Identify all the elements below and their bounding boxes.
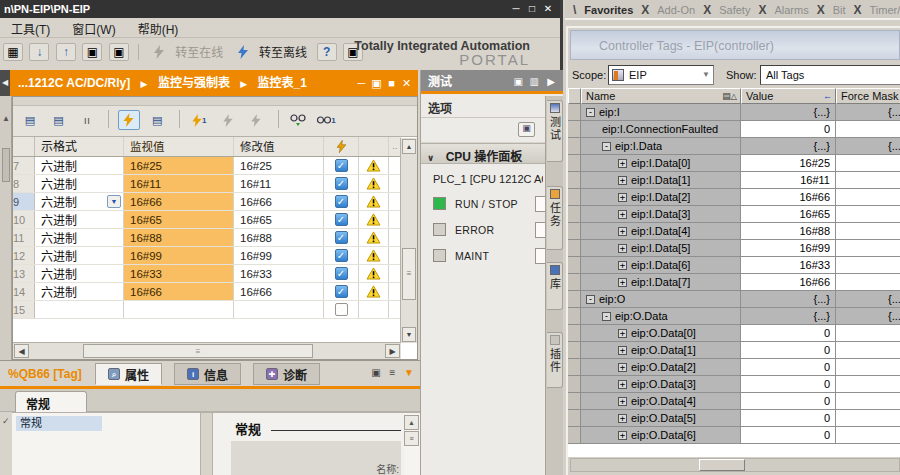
modify-checkbox[interactable]: ✓ — [335, 195, 348, 208]
tag-force-cell[interactable] — [836, 206, 900, 223]
editor-minimize-icon[interactable] — [354, 70, 369, 96]
expand-expander-button[interactable]: + — [618, 397, 627, 406]
format-cell[interactable]: 六进制 — [35, 175, 124, 192]
save-project-icon[interactable]: ▦ — [3, 43, 23, 61]
modify-enable-column-header[interactable] — [324, 137, 359, 156]
expand-expander-button[interactable]: + — [618, 159, 627, 168]
row-selector[interactable] — [568, 376, 581, 393]
expand-expander-button[interactable]: + — [618, 363, 627, 372]
tag-force-cell[interactable]: {...} — [836, 308, 900, 325]
upload-from-device-icon[interactable]: ↑ — [56, 43, 76, 61]
start-simulation-icon[interactable]: ▣ — [82, 43, 102, 61]
go-online-label[interactable]: 转至在线 — [175, 46, 223, 60]
download-to-device-icon[interactable]: ↓ — [29, 43, 49, 61]
tag-value-cell[interactable]: 0 — [741, 393, 836, 410]
modify-value-cell[interactable]: 16#33 — [234, 265, 324, 282]
monitor-value-cell[interactable]: 16#25 — [124, 157, 234, 174]
scroll-left-icon[interactable] — [14, 344, 29, 358]
instruction-tab-addon[interactable]: Add-On — [655, 4, 697, 16]
inspector-divider[interactable] — [200, 413, 213, 475]
tag-name-cell[interactable]: +eip:O.Data[4] — [581, 393, 741, 410]
tag-force-cell[interactable] — [836, 359, 900, 376]
tag-name-cell[interactable]: +eip:O.Data[0] — [581, 325, 741, 342]
tag-name-cell[interactable]: +eip:O.Data[2] — [581, 359, 741, 376]
row-selector[interactable] — [568, 325, 581, 342]
scrollbar-thumb[interactable] — [402, 248, 416, 300]
expand-expander-button[interactable]: + — [618, 176, 627, 185]
modify-value-cell[interactable]: 16#88 — [234, 229, 324, 246]
watch-modify-timed-icon[interactable] — [217, 110, 239, 130]
instruction-tab-safety[interactable]: Safety — [717, 4, 752, 16]
breadcrumb-watch-folder[interactable]: 监控与强制表 — [158, 76, 230, 90]
row-selector[interactable] — [568, 138, 581, 155]
show-filter-field[interactable]: All Tags — [760, 65, 900, 85]
tag-name-cell[interactable]: eip:I.ConnectionFaulted — [581, 121, 741, 138]
modify-enable-cell[interactable]: ✓ — [324, 175, 359, 192]
tag-force-cell[interactable]: {...} — [836, 104, 900, 121]
monitor-value-cell[interactable]: 16#88 — [124, 229, 234, 246]
modify-enable-cell[interactable]: ✓ — [324, 265, 359, 282]
tag-value-cell[interactable]: 16#99 — [741, 240, 836, 257]
diagnostics-help-icon[interactable]: ? — [317, 43, 337, 61]
modify-value-cell[interactable]: 16#66 — [234, 283, 324, 300]
monitor-value-cell[interactable]: 16#33 — [124, 265, 234, 282]
float-panel-icon[interactable] — [514, 70, 523, 94]
name-column-header[interactable]: Name ▤△ — [581, 88, 741, 104]
tag-value-cell[interactable]: {...} — [741, 308, 836, 325]
modify-value-cell[interactable]: 16#99 — [234, 247, 324, 264]
instruction-tab-timerc[interactable]: Timer/C — [868, 4, 900, 16]
nav-item-general[interactable]: 常规 — [16, 416, 102, 431]
modify-enable-cell[interactable]: ✓ — [324, 193, 359, 210]
collapse-expander-button[interactable]: - — [602, 312, 611, 321]
expand-expander-button[interactable]: + — [618, 210, 627, 219]
tag-value-cell[interactable]: 16#65 — [741, 206, 836, 223]
tag-value-cell[interactable]: 16#25 — [741, 155, 836, 172]
tag-value-cell[interactable]: 0 — [741, 325, 836, 342]
modify-checkbox[interactable]: ✓ — [335, 213, 348, 226]
tag-force-cell[interactable] — [836, 274, 900, 291]
watch-add-row-icon[interactable]: ▤ — [47, 110, 69, 130]
side-tab-1[interactable]: 任务 — [547, 186, 563, 250]
row-selector[interactable] — [568, 291, 581, 308]
modify-enable-cell[interactable]: ✓ — [324, 283, 359, 300]
row-selector[interactable] — [568, 189, 581, 206]
format-cell[interactable]: 六进制 — [35, 247, 124, 264]
modify-enable-cell[interactable]: ✓ — [324, 229, 359, 246]
tag-force-cell[interactable] — [836, 257, 900, 274]
editor-maximize-icon[interactable] — [384, 70, 399, 96]
controller-tags-titlebar[interactable]: Controller Tags - EIP(controller) — [570, 30, 900, 60]
breadcrumb-device[interactable]: ...1212C AC/DC/Rly] — [18, 76, 130, 90]
watch-trigger-once-icon[interactable]: 1 — [315, 110, 337, 130]
modify-checkbox[interactable]: ✓ — [335, 231, 348, 244]
collapse-inspector-icon[interactable] — [404, 367, 414, 378]
format-column-header[interactable]: 示格式 — [35, 137, 124, 156]
expand-expander-button[interactable]: + — [618, 193, 627, 202]
modify-checkbox[interactable]: ✓ — [335, 159, 348, 172]
go-offline-label[interactable]: 转至离线 — [259, 46, 307, 60]
tag-value-cell[interactable]: 16#11 — [741, 172, 836, 189]
monitor-value-cell[interactable]: 16#11 — [124, 175, 234, 192]
row-selector[interactable] — [568, 121, 581, 138]
format-cell[interactable]: 六进制 — [35, 211, 124, 228]
collapse-panel-icon[interactable] — [547, 70, 555, 94]
tag-value-cell[interactable]: {...} — [741, 138, 836, 155]
tag-name-cell[interactable]: +eip:O.Data[3] — [581, 376, 741, 393]
scrollbar-thumb[interactable] — [83, 344, 313, 358]
row-selector[interactable] — [568, 257, 581, 274]
menu-item[interactable]: 窗口(W) — [61, 18, 126, 39]
inspector-tab-1[interactable]: i信息 — [174, 363, 241, 385]
modify-enable-cell[interactable]: ✓ — [324, 157, 359, 174]
row-selector[interactable] — [568, 240, 581, 257]
tag-name-cell[interactable]: +eip:I.Data[6] — [581, 257, 741, 274]
tag-value-cell[interactable]: 0 — [741, 427, 836, 444]
instruction-tab-bit[interactable]: Bit — [831, 4, 848, 16]
inspector-menu-icon[interactable] — [389, 367, 395, 378]
inspector-tab-2[interactable]: ✚诊断 — [253, 363, 320, 385]
value-style-icon[interactable]: ← — [823, 91, 832, 101]
tag-value-cell[interactable]: 16#88 — [741, 223, 836, 240]
editor-close-icon[interactable] — [399, 70, 414, 96]
tag-name-cell[interactable]: -eip:I.Data — [581, 138, 741, 155]
modify-value-cell[interactable]: 16#66 — [234, 193, 324, 210]
expand-expander-button[interactable]: + — [618, 414, 627, 423]
tag-value-cell[interactable]: {...} — [741, 291, 836, 308]
